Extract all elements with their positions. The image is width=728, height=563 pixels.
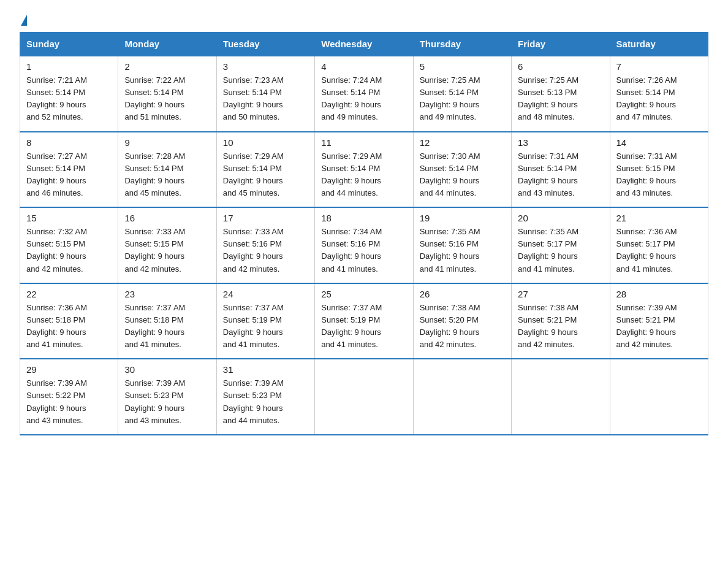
day-number: 16 xyxy=(124,213,210,223)
day-number: 7 xyxy=(616,61,702,72)
day-number: 31 xyxy=(223,364,308,375)
day-number: 24 xyxy=(223,289,308,299)
calendar-day-cell: 26Sunrise: 7:38 AMSunset: 5:20 PMDayligh… xyxy=(413,283,511,359)
day-number: 27 xyxy=(518,289,603,299)
day-info: Sunrise: 7:37 AMSunset: 5:18 PMDaylight:… xyxy=(124,302,210,351)
day-info: Sunrise: 7:39 AMSunset: 5:23 PMDaylight:… xyxy=(223,377,308,427)
day-number: 19 xyxy=(420,213,505,223)
day-number: 30 xyxy=(124,364,210,375)
calendar-week-row: 29Sunrise: 7:39 AMSunset: 5:22 PMDayligh… xyxy=(20,359,708,435)
calendar-day-cell: 14Sunrise: 7:31 AMSunset: 5:15 PMDayligh… xyxy=(610,132,708,208)
calendar-table: SundayMondayTuesdayWednesdayThursdayFrid… xyxy=(20,32,708,435)
day-number: 21 xyxy=(616,213,702,223)
calendar-day-cell: 23Sunrise: 7:37 AMSunset: 5:18 PMDayligh… xyxy=(118,283,216,359)
calendar-day-cell: 2Sunrise: 7:22 AMSunset: 5:14 PMDaylight… xyxy=(118,56,216,132)
day-number: 13 xyxy=(518,137,603,148)
calendar-day-cell: 19Sunrise: 7:35 AMSunset: 5:16 PMDayligh… xyxy=(413,207,511,283)
day-info: Sunrise: 7:35 AMSunset: 5:16 PMDaylight:… xyxy=(420,226,505,275)
day-info: Sunrise: 7:30 AMSunset: 5:14 PMDaylight:… xyxy=(420,150,505,200)
calendar-day-cell: 31Sunrise: 7:39 AMSunset: 5:23 PMDayligh… xyxy=(216,359,314,435)
day-info: Sunrise: 7:36 AMSunset: 5:18 PMDaylight:… xyxy=(26,302,112,351)
day-info: Sunrise: 7:39 AMSunset: 5:23 PMDaylight:… xyxy=(124,377,210,427)
weekday-header-tuesday: Tuesday xyxy=(216,33,314,56)
day-info: Sunrise: 7:22 AMSunset: 5:14 PMDaylight:… xyxy=(124,74,210,124)
calendar-day-cell: 28Sunrise: 7:39 AMSunset: 5:21 PMDayligh… xyxy=(610,283,708,359)
day-info: Sunrise: 7:26 AMSunset: 5:14 PMDaylight:… xyxy=(616,74,702,124)
calendar-day-cell: 15Sunrise: 7:32 AMSunset: 5:15 PMDayligh… xyxy=(20,207,118,283)
calendar-day-cell: 7Sunrise: 7:26 AMSunset: 5:14 PMDaylight… xyxy=(610,56,708,132)
calendar-day-cell: 3Sunrise: 7:23 AMSunset: 5:14 PMDaylight… xyxy=(216,56,314,132)
weekday-header-sunday: Sunday xyxy=(20,33,118,56)
day-number: 1 xyxy=(26,61,112,72)
calendar-day-cell: 18Sunrise: 7:34 AMSunset: 5:16 PMDayligh… xyxy=(315,207,413,283)
day-number: 15 xyxy=(26,213,112,223)
day-info: Sunrise: 7:36 AMSunset: 5:17 PMDaylight:… xyxy=(616,226,702,275)
day-number: 8 xyxy=(26,137,112,148)
day-info: Sunrise: 7:31 AMSunset: 5:14 PMDaylight:… xyxy=(518,150,603,200)
weekday-header-wednesday: Wednesday xyxy=(315,33,413,56)
day-info: Sunrise: 7:38 AMSunset: 5:21 PMDaylight:… xyxy=(518,302,603,351)
calendar-day-cell: 4Sunrise: 7:24 AMSunset: 5:14 PMDaylight… xyxy=(315,56,413,132)
calendar-week-row: 1Sunrise: 7:21 AMSunset: 5:14 PMDaylight… xyxy=(20,56,708,132)
calendar-day-cell: 17Sunrise: 7:33 AMSunset: 5:16 PMDayligh… xyxy=(216,207,314,283)
day-number: 11 xyxy=(321,137,406,148)
weekday-header-thursday: Thursday xyxy=(413,33,511,56)
day-number: 22 xyxy=(26,289,112,299)
day-info: Sunrise: 7:21 AMSunset: 5:14 PMDaylight:… xyxy=(26,74,112,124)
day-info: Sunrise: 7:32 AMSunset: 5:15 PMDaylight:… xyxy=(26,226,112,275)
weekday-header-monday: Monday xyxy=(118,33,216,56)
day-number: 9 xyxy=(124,137,210,148)
logo-triangle-icon xyxy=(21,15,27,26)
calendar-day-cell: 27Sunrise: 7:38 AMSunset: 5:21 PMDayligh… xyxy=(512,283,610,359)
calendar-day-cell: 12Sunrise: 7:30 AMSunset: 5:14 PMDayligh… xyxy=(413,132,511,208)
calendar-day-cell: 13Sunrise: 7:31 AMSunset: 5:14 PMDayligh… xyxy=(512,132,610,208)
day-number: 17 xyxy=(223,213,308,223)
day-info: Sunrise: 7:28 AMSunset: 5:14 PMDaylight:… xyxy=(124,150,210,200)
day-number: 20 xyxy=(518,213,603,223)
day-number: 12 xyxy=(420,137,505,148)
day-info: Sunrise: 7:24 AMSunset: 5:14 PMDaylight:… xyxy=(321,74,406,124)
calendar-day-cell: 10Sunrise: 7:29 AMSunset: 5:14 PMDayligh… xyxy=(216,132,314,208)
calendar-empty-cell xyxy=(610,359,708,435)
day-number: 23 xyxy=(124,289,210,299)
weekday-header-row: SundayMondayTuesdayWednesdayThursdayFrid… xyxy=(20,33,708,56)
weekday-header-friday: Friday xyxy=(512,33,610,56)
calendar-day-cell: 1Sunrise: 7:21 AMSunset: 5:14 PMDaylight… xyxy=(20,56,118,132)
calendar-day-cell: 29Sunrise: 7:39 AMSunset: 5:22 PMDayligh… xyxy=(20,359,118,435)
calendar-day-cell: 6Sunrise: 7:25 AMSunset: 5:13 PMDaylight… xyxy=(512,56,610,132)
calendar-day-cell: 11Sunrise: 7:29 AMSunset: 5:14 PMDayligh… xyxy=(315,132,413,208)
day-number: 25 xyxy=(321,289,406,299)
page-header xyxy=(20,15,708,26)
day-info: Sunrise: 7:29 AMSunset: 5:14 PMDaylight:… xyxy=(223,150,308,200)
day-info: Sunrise: 7:31 AMSunset: 5:15 PMDaylight:… xyxy=(616,150,702,200)
day-info: Sunrise: 7:35 AMSunset: 5:17 PMDaylight:… xyxy=(518,226,603,275)
day-info: Sunrise: 7:33 AMSunset: 5:16 PMDaylight:… xyxy=(223,226,308,275)
calendar-day-cell: 25Sunrise: 7:37 AMSunset: 5:19 PMDayligh… xyxy=(315,283,413,359)
day-info: Sunrise: 7:37 AMSunset: 5:19 PMDaylight:… xyxy=(321,302,406,351)
calendar-day-cell: 30Sunrise: 7:39 AMSunset: 5:23 PMDayligh… xyxy=(118,359,216,435)
day-number: 3 xyxy=(223,61,308,72)
day-info: Sunrise: 7:39 AMSunset: 5:22 PMDaylight:… xyxy=(26,377,112,427)
calendar-day-cell: 20Sunrise: 7:35 AMSunset: 5:17 PMDayligh… xyxy=(512,207,610,283)
day-info: Sunrise: 7:27 AMSunset: 5:14 PMDaylight:… xyxy=(26,150,112,200)
calendar-day-cell: 22Sunrise: 7:36 AMSunset: 5:18 PMDayligh… xyxy=(20,283,118,359)
logo xyxy=(20,15,28,26)
day-number: 18 xyxy=(321,213,406,223)
day-number: 28 xyxy=(616,289,702,299)
calendar-day-cell: 5Sunrise: 7:25 AMSunset: 5:14 PMDaylight… xyxy=(413,56,511,132)
day-info: Sunrise: 7:37 AMSunset: 5:19 PMDaylight:… xyxy=(223,302,308,351)
day-number: 29 xyxy=(26,364,112,375)
day-number: 6 xyxy=(518,61,603,72)
day-number: 4 xyxy=(321,61,406,72)
calendar-day-cell: 9Sunrise: 7:28 AMSunset: 5:14 PMDaylight… xyxy=(118,132,216,208)
day-info: Sunrise: 7:25 AMSunset: 5:13 PMDaylight:… xyxy=(518,74,603,124)
day-info: Sunrise: 7:38 AMSunset: 5:20 PMDaylight:… xyxy=(420,302,505,351)
day-number: 26 xyxy=(420,289,505,299)
day-info: Sunrise: 7:23 AMSunset: 5:14 PMDaylight:… xyxy=(223,74,308,124)
calendar-week-row: 8Sunrise: 7:27 AMSunset: 5:14 PMDaylight… xyxy=(20,132,708,208)
calendar-day-cell: 24Sunrise: 7:37 AMSunset: 5:19 PMDayligh… xyxy=(216,283,314,359)
calendar-empty-cell xyxy=(512,359,610,435)
day-number: 5 xyxy=(420,61,505,72)
day-info: Sunrise: 7:34 AMSunset: 5:16 PMDaylight:… xyxy=(321,226,406,275)
day-number: 10 xyxy=(223,137,308,148)
